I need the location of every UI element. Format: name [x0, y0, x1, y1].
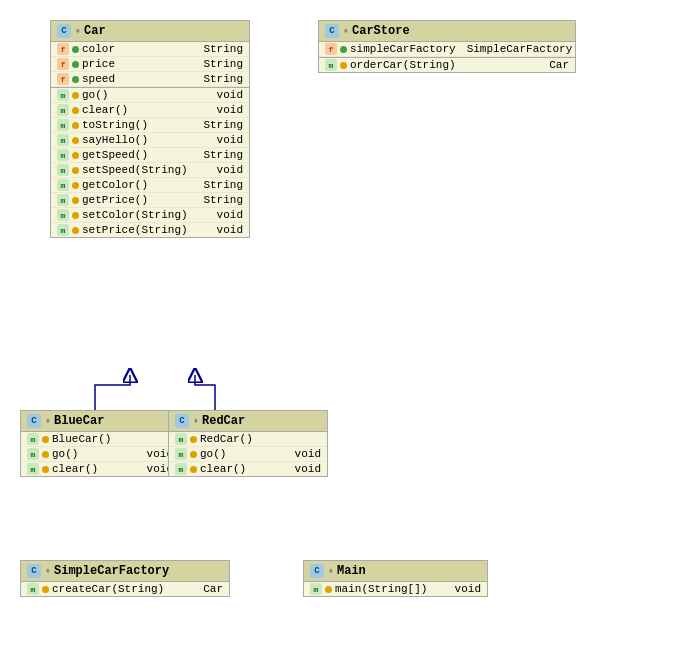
field-name: color [82, 43, 192, 55]
method-badge: m [57, 104, 69, 116]
method-type: String [195, 119, 243, 131]
class-simplecarfactory-header: C ⬧ SimpleCarFactory [21, 561, 229, 582]
vis-dot [42, 466, 49, 473]
field-type: String [195, 58, 243, 70]
method-badge: m [57, 89, 69, 101]
vis-dot [340, 62, 347, 69]
vis-dot [72, 167, 79, 174]
vis-dot [72, 212, 79, 219]
method-type: void [287, 463, 321, 475]
method-badge: m [310, 583, 322, 595]
method-type: void [209, 104, 243, 116]
class-car: C ⬧ Car f color String f price String f … [50, 20, 250, 238]
class-car-badge: C [57, 24, 71, 38]
class-redcar-badge: C [175, 414, 189, 428]
method-name: RedCar() [200, 433, 310, 445]
method-name: go() [52, 448, 136, 460]
class-main-icon: ⬧ [328, 566, 333, 576]
redcar-to-car-arrow [195, 375, 215, 410]
class-main-badge: C [310, 564, 324, 578]
vis-dot [190, 466, 197, 473]
method-badge: m [57, 149, 69, 161]
method-type: void [209, 134, 243, 146]
method-type: void [287, 448, 321, 460]
table-row: m go() void [51, 88, 249, 103]
vis-dot [340, 46, 347, 53]
method-badge: m [175, 433, 187, 445]
class-main-body: m main(String[]) void [304, 582, 487, 596]
table-row: m sayHello() void [51, 133, 249, 148]
class-car-icon: ⬧ [75, 26, 80, 36]
class-bluecar-icon: ⬧ [45, 416, 50, 426]
method-type: String [195, 179, 243, 191]
table-row: m RedCar() [169, 432, 327, 447]
class-simplecarfactory: C ⬧ SimpleCarFactory m createCar(String)… [20, 560, 230, 597]
table-row: f simpleCarFactory SimpleCarFactory [319, 42, 575, 57]
table-row: m clear() void [169, 462, 327, 476]
vis-dot [190, 436, 197, 443]
vis-dot [72, 197, 79, 204]
class-carstore-body: f simpleCarFactory SimpleCarFactory m or… [319, 42, 575, 72]
method-name: BlueCar() [52, 433, 162, 445]
table-row: m setPrice(String) void [51, 223, 249, 237]
method-type: String [195, 149, 243, 161]
field-badge: f [57, 43, 69, 55]
table-row: f speed String [51, 72, 249, 87]
class-carstore-icon: ⬧ [343, 26, 348, 36]
table-row: m go() void [169, 447, 327, 462]
method-badge: m [175, 463, 187, 475]
method-name: toString() [82, 119, 192, 131]
class-main: C ⬧ Main m main(String[]) void [303, 560, 488, 597]
class-simplecarfactory-badge: C [27, 564, 41, 578]
method-type: Car [541, 59, 569, 71]
class-car-title: Car [84, 24, 106, 38]
bluecar-to-car-arrow [95, 375, 130, 410]
table-row: m clear() void [51, 103, 249, 118]
class-bluecar-badge: C [27, 414, 41, 428]
vis-dot [72, 76, 79, 83]
method-type: void [447, 583, 481, 595]
method-badge: m [175, 448, 187, 460]
class-redcar-title: RedCar [202, 414, 245, 428]
method-badge: m [57, 119, 69, 131]
table-row: m setColor(String) void [51, 208, 249, 223]
class-car-body: f color String f price String f speed St… [51, 42, 249, 237]
table-row: m getColor() String [51, 178, 249, 193]
class-simplecarfactory-body: m createCar(String) Car [21, 582, 229, 596]
table-row: m go() void [21, 447, 179, 462]
table-row: f color String [51, 42, 249, 57]
vis-dot [72, 107, 79, 114]
class-bluecar-body: m BlueCar() m go() void m clear() void [21, 432, 179, 476]
class-redcar: C ⬧ RedCar m RedCar() m go() void m clea… [168, 410, 328, 477]
method-name: setColor(String) [82, 209, 206, 221]
vis-dot [42, 586, 49, 593]
method-name: setSpeed(String) [82, 164, 206, 176]
diagram-canvas: C ⬧ Car f color String f price String f … [0, 0, 684, 657]
vis-dot [72, 227, 79, 234]
method-badge: m [27, 463, 39, 475]
class-bluecar-header: C ⬧ BlueCar [21, 411, 179, 432]
method-badge: m [57, 179, 69, 191]
vis-dot [72, 61, 79, 68]
vis-dot [42, 436, 49, 443]
class-carstore-title: CarStore [352, 24, 410, 38]
vis-dot [72, 182, 79, 189]
method-name: main(String[]) [335, 583, 444, 595]
method-name: getColor() [82, 179, 192, 191]
class-carstore: C ⬧ CarStore f simpleCarFactory SimpleCa… [318, 20, 576, 73]
method-badge: m [57, 134, 69, 146]
method-type: void [209, 224, 243, 236]
field-badge: f [57, 73, 69, 85]
method-type: String [195, 194, 243, 206]
field-badge: f [57, 58, 69, 70]
vis-dot [42, 451, 49, 458]
method-badge: m [27, 433, 39, 445]
method-badge: m [57, 164, 69, 176]
table-row: f price String [51, 57, 249, 72]
vis-dot [325, 586, 332, 593]
table-row: m BlueCar() [21, 432, 179, 447]
class-bluecar-title: BlueCar [54, 414, 104, 428]
class-simplecarfactory-icon: ⬧ [45, 566, 50, 576]
method-badge: m [57, 209, 69, 221]
field-name: speed [82, 73, 192, 85]
